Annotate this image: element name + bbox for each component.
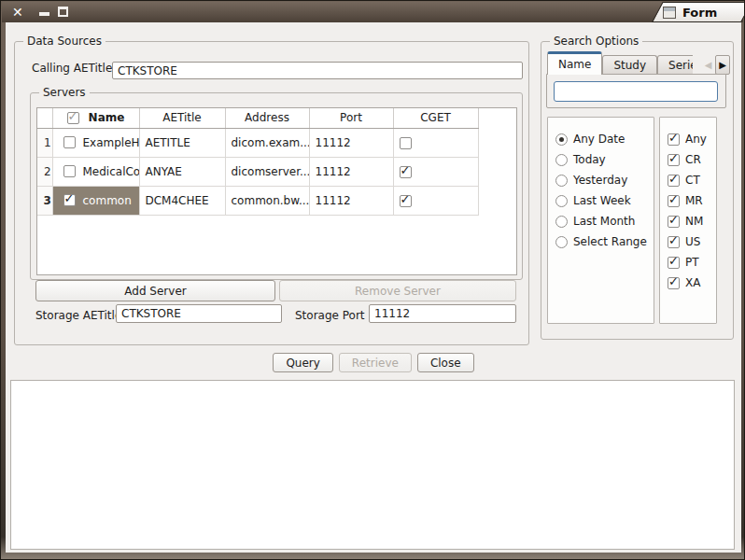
modality-checkbox[interactable]: ✓ bbox=[668, 195, 680, 207]
modality-nm[interactable]: ✓NM bbox=[668, 211, 716, 231]
server-cget-cell[interactable]: ✓ bbox=[393, 157, 478, 186]
add-server-button[interactable]: Add Server bbox=[35, 280, 275, 301]
modality-us[interactable]: ✓US bbox=[668, 231, 716, 252]
row-number[interactable]: 3 bbox=[37, 186, 52, 215]
modality-any[interactable]: ✓Any bbox=[668, 129, 716, 149]
date-filter-last-week[interactable]: Last Week bbox=[555, 190, 654, 211]
close-window-icon[interactable]: ✕ bbox=[12, 4, 23, 21]
search-tabs: NameStudySeries bbox=[547, 51, 693, 75]
server-name-cell[interactable]: ✓common bbox=[52, 186, 139, 215]
server-name: common bbox=[83, 194, 132, 207]
tab-scroll-left-icon[interactable]: ◀ bbox=[702, 55, 714, 75]
tab-scroll-right-icon[interactable]: ▶ bbox=[715, 55, 730, 75]
storage-port-label: Storage Port bbox=[295, 309, 365, 322]
check-mark-icon: ✓ bbox=[668, 233, 679, 247]
modality-label: XA bbox=[685, 276, 700, 289]
modality-xa[interactable]: ✓XA bbox=[668, 273, 716, 293]
date-filter-today[interactable]: Today bbox=[555, 149, 654, 170]
server-port-cell[interactable]: 11112 bbox=[309, 186, 393, 215]
modality-ct[interactable]: ✓CT bbox=[668, 170, 716, 190]
modality-checkbox[interactable]: ✓ bbox=[668, 216, 680, 228]
storage-port-input[interactable] bbox=[369, 304, 516, 323]
data-sources-group: Data Sources Calling AETitle Servers bbox=[14, 41, 529, 345]
close-button[interactable]: Close bbox=[417, 353, 474, 372]
row-number[interactable]: 2 bbox=[37, 157, 52, 186]
cget-checkbox[interactable]: ✓ bbox=[400, 166, 412, 178]
storage-aetitle-input[interactable] bbox=[116, 304, 282, 323]
window-title-tab: Form bbox=[652, 2, 741, 22]
check-mark-icon: ✓ bbox=[64, 191, 75, 205]
date-filter-any-date[interactable]: Any Date bbox=[555, 129, 654, 149]
column-header-aetitle[interactable]: AETitle bbox=[139, 108, 225, 128]
cget-checkbox[interactable]: ✓ bbox=[400, 195, 412, 207]
tab-study[interactable]: Study bbox=[602, 55, 657, 75]
modality-label: US bbox=[685, 235, 700, 248]
server-address-cell[interactable]: dicom.exam... bbox=[225, 128, 309, 157]
radio-icon bbox=[555, 175, 568, 187]
tab-series[interactable]: Series bbox=[657, 55, 693, 75]
server-address-cell[interactable]: dicomserver.... bbox=[225, 157, 309, 186]
radio-icon bbox=[555, 216, 568, 228]
calling-aetitle-label: Calling AETitle bbox=[32, 62, 112, 75]
date-filter-label: Last Month bbox=[573, 215, 635, 228]
window-title: Form bbox=[682, 6, 717, 20]
modality-checkbox[interactable]: ✓ bbox=[668, 277, 680, 289]
server-aetitle-cell[interactable]: DCM4CHEE bbox=[139, 186, 225, 215]
titlebar: ✕ Form bbox=[2, 2, 743, 22]
modality-filter-panel: ✓Any✓CR✓CT✓MR✓NM✓US✓PT✓XA bbox=[659, 117, 717, 324]
modality-cr[interactable]: ✓CR bbox=[668, 149, 716, 170]
server-name-cell[interactable]: ✓ExampleH... bbox=[52, 128, 139, 157]
server-enabled-checkbox[interactable]: ✓ bbox=[63, 165, 76, 177]
search-name-input[interactable] bbox=[554, 81, 718, 102]
column-header-name[interactable]: ✓ Name bbox=[52, 108, 139, 128]
remove-server-button[interactable]: Remove Server bbox=[279, 280, 516, 301]
window-icon bbox=[663, 7, 676, 19]
date-filter-last-month[interactable]: Last Month bbox=[555, 211, 654, 231]
retrieve-button[interactable]: Retrieve bbox=[339, 353, 412, 372]
row-number[interactable]: 1 bbox=[37, 128, 52, 157]
date-filter-yesterday[interactable]: Yesterday bbox=[555, 170, 654, 190]
tab-name[interactable]: Name bbox=[547, 51, 602, 75]
column-header-cget[interactable]: CGET bbox=[393, 108, 478, 128]
maximize-window-icon[interactable] bbox=[58, 7, 68, 17]
data-sources-title: Data Sources bbox=[23, 35, 105, 48]
modality-checkbox[interactable]: ✓ bbox=[668, 154, 680, 166]
modality-mr[interactable]: ✓MR bbox=[668, 190, 716, 211]
select-all-checkbox[interactable]: ✓ bbox=[67, 112, 79, 124]
servers-title: Servers bbox=[39, 86, 90, 99]
server-aetitle-cell[interactable]: ANYAE bbox=[139, 157, 225, 186]
server-row: 1✓ExampleH...AETITLEdicom.exam...11112✓ bbox=[37, 128, 478, 157]
check-mark-icon: ✓ bbox=[668, 192, 679, 206]
modality-label: PT bbox=[685, 256, 699, 269]
server-cget-cell[interactable]: ✓ bbox=[393, 128, 478, 157]
search-options-group: Search Options NameStudySeries ◀ ▶ Any D… bbox=[541, 41, 734, 340]
search-options-title: Search Options bbox=[550, 35, 642, 48]
column-header-port[interactable]: Port bbox=[309, 108, 393, 128]
search-tab-pane bbox=[546, 74, 726, 108]
query-button[interactable]: Query bbox=[273, 353, 332, 372]
server-enabled-checkbox[interactable]: ✓ bbox=[63, 194, 76, 206]
check-mark-icon: ✓ bbox=[401, 192, 411, 206]
modality-checkbox[interactable]: ✓ bbox=[668, 133, 680, 146]
calling-aetitle-input[interactable] bbox=[112, 62, 523, 79]
server-address-cell[interactable]: common.bw... bbox=[225, 186, 309, 215]
minimize-window-icon[interactable] bbox=[39, 12, 49, 16]
results-panel[interactable] bbox=[10, 380, 735, 550]
servers-table: ✓ Name AETitle Address Port CGET 1✓Examp bbox=[36, 107, 517, 275]
modality-checkbox[interactable]: ✓ bbox=[668, 175, 680, 187]
cget-checkbox[interactable]: ✓ bbox=[400, 137, 412, 149]
server-name-cell[interactable]: ✓MedicalCo... bbox=[52, 157, 139, 186]
modality-pt[interactable]: ✓PT bbox=[668, 252, 716, 273]
server-port-cell[interactable]: 11112 bbox=[309, 157, 393, 186]
storage-aetitle-label: Storage AETitle bbox=[35, 309, 121, 322]
server-port-cell[interactable]: 11112 bbox=[309, 128, 393, 157]
modality-checkbox[interactable]: ✓ bbox=[668, 236, 680, 248]
column-header-address[interactable]: Address bbox=[225, 108, 309, 128]
server-aetitle-cell[interactable]: AETITLE bbox=[139, 128, 225, 157]
date-filter-select-range[interactable]: Select Range bbox=[555, 231, 654, 252]
server-enabled-checkbox[interactable]: ✓ bbox=[63, 136, 76, 148]
server-cget-cell[interactable]: ✓ bbox=[393, 186, 478, 215]
server-name: MedicalCo... bbox=[83, 165, 140, 178]
modality-checkbox[interactable]: ✓ bbox=[668, 257, 680, 269]
table-corner[interactable] bbox=[37, 108, 52, 128]
